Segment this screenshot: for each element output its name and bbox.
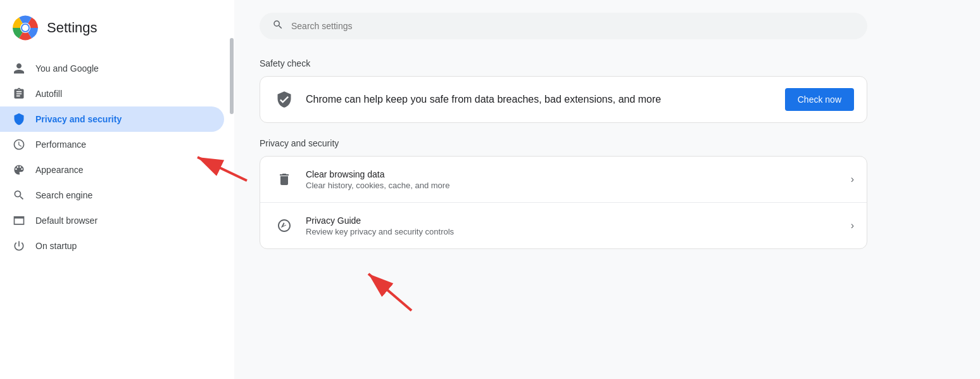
shield-icon <box>13 113 25 125</box>
chevron-right-icon: › <box>851 174 854 185</box>
clear-browsing-data-title: Clear browsing data <box>306 169 841 179</box>
trash-icon <box>273 168 296 191</box>
privacy-guide-subtitle: Review key privacy and security controls <box>306 227 841 236</box>
scrollbar-thumb[interactable] <box>230 38 234 114</box>
check-now-button[interactable]: Check now <box>785 88 854 111</box>
sidebar-label-autofill: Autofill <box>35 89 62 99</box>
privacy-guide-row[interactable]: Privacy Guide Review key privacy and sec… <box>260 202 867 248</box>
safety-check-text: Chrome can help keep you safe from data … <box>306 94 775 105</box>
sidebar-label-appearance: Appearance <box>35 165 84 175</box>
clear-browsing-data-text: Clear browsing data Clear history, cooki… <box>306 169 841 190</box>
sidebar-label-privacy-security: Privacy and security <box>35 114 122 124</box>
page-title: Settings <box>47 20 97 36</box>
compass-icon <box>273 214 296 237</box>
sidebar-header: Settings <box>0 8 234 53</box>
search-input[interactable] <box>291 21 855 31</box>
chrome-logo-icon <box>13 15 38 41</box>
sidebar-label-search-engine: Search engine <box>35 190 92 200</box>
safety-check-row: Chrome can help keep you safe from data … <box>260 77 867 122</box>
search-icon <box>13 189 25 202</box>
sidebar-item-performance[interactable]: Performance <box>0 132 224 157</box>
safety-check-section-title: Safety check <box>260 58 955 68</box>
safety-check-description: Chrome can help keep you safe from data … <box>306 94 661 105</box>
gauge-icon <box>13 138 25 151</box>
scrollbar-track[interactable] <box>229 0 234 379</box>
sidebar-item-autofill[interactable]: Autofill <box>0 81 224 106</box>
safety-check-card: Chrome can help keep you safe from data … <box>260 76 867 123</box>
privacy-guide-title: Privacy Guide <box>306 215 841 226</box>
sidebar-item-you-and-google[interactable]: You and Google <box>0 56 224 81</box>
clipboard-icon <box>13 87 25 100</box>
privacy-section-title: Privacy and security <box>260 138 955 148</box>
shield-check-icon <box>273 88 296 111</box>
sidebar-item-default-browser[interactable]: Default browser <box>0 208 224 233</box>
sidebar-label-default-browser: Default browser <box>35 215 97 226</box>
sidebar-label-you-and-google: You and Google <box>35 63 99 74</box>
clear-browsing-data-subtitle: Clear history, cookies, cache, and more <box>306 181 841 190</box>
power-icon <box>13 240 25 252</box>
sidebar-label-on-startup: On startup <box>35 241 77 251</box>
sidebar-item-appearance[interactable]: Appearance <box>0 157 224 183</box>
sidebar-nav: You and Google Autofill Privacy and secu… <box>0 53 234 261</box>
svg-point-3 <box>22 25 28 31</box>
person-icon <box>13 62 25 75</box>
search-bar-icon <box>272 19 284 33</box>
sidebar-item-on-startup[interactable]: On startup <box>0 233 224 259</box>
sidebar: Settings You and Google Autofill Privacy… <box>0 0 234 379</box>
search-bar <box>260 13 867 39</box>
palette-icon <box>13 164 25 176</box>
privacy-security-card: Clear browsing data Clear history, cooki… <box>260 156 867 249</box>
sidebar-label-performance: Performance <box>35 139 86 150</box>
sidebar-item-search-engine[interactable]: Search engine <box>0 183 224 208</box>
browser-icon <box>13 214 25 227</box>
clear-browsing-data-row[interactable]: Clear browsing data Clear history, cooki… <box>260 157 867 202</box>
privacy-guide-text: Privacy Guide Review key privacy and sec… <box>306 215 841 236</box>
chevron-right-icon-2: › <box>851 220 854 231</box>
sidebar-item-privacy-and-security[interactable]: Privacy and security <box>0 106 224 132</box>
main-content: Safety check Chrome can help keep you sa… <box>234 0 980 379</box>
